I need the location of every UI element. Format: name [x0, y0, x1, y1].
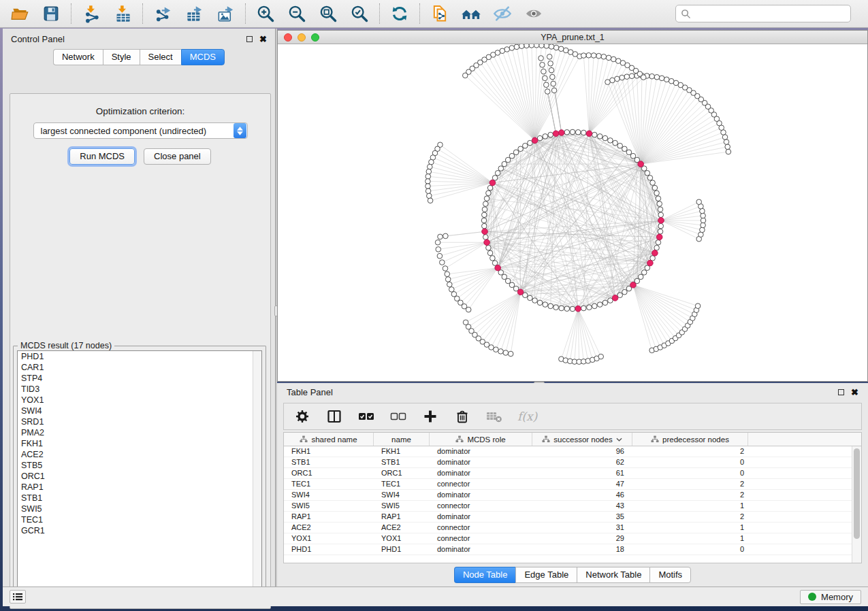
criterion-select[interactable]: largest connected component (undirected) [33, 122, 248, 139]
search-input[interactable] [675, 5, 851, 22]
network-node[interactable] [654, 75, 660, 80]
network-node[interactable] [564, 306, 570, 312]
import-table-button[interactable] [112, 3, 133, 24]
network-node[interactable] [624, 74, 630, 80]
first-neighbors-button[interactable] [461, 3, 481, 24]
network-node[interactable] [544, 82, 549, 88]
column-header-name[interactable]: name [374, 433, 430, 446]
mcds-result-item[interactable]: STP4 [18, 373, 261, 384]
network-node[interactable] [518, 146, 524, 152]
network-node[interactable] [435, 240, 440, 246]
table-cell-mcds_role[interactable]: dominator [430, 446, 532, 457]
network-node[interactable] [509, 153, 515, 159]
network-canvas[interactable] [278, 44, 867, 381]
network-node[interactable] [550, 74, 556, 80]
network-node[interactable] [502, 161, 507, 167]
column-settings-button[interactable] [293, 408, 311, 425]
network-node[interactable] [596, 53, 602, 59]
network-node[interactable] [549, 67, 554, 73]
network-node[interactable] [608, 138, 613, 144]
table-cell-shared_name[interactable]: PHD1 [284, 544, 374, 555]
network-node[interactable] [701, 222, 706, 228]
table-row[interactable]: SWI5SWI5connector431 [284, 501, 852, 512]
import-network-button[interactable] [81, 3, 101, 24]
network-node[interactable] [487, 185, 493, 191]
network-node[interactable] [563, 48, 568, 53]
table-cell-predecessor_nodes[interactable]: 2 [632, 512, 748, 522]
mcds-result-item[interactable]: SWI4 [18, 406, 261, 416]
network-node[interactable] [605, 80, 611, 85]
network-node[interactable] [498, 349, 504, 354]
network-node[interactable] [537, 300, 543, 306]
network-node[interactable] [654, 191, 660, 196]
network-dominator-node[interactable] [558, 130, 564, 136]
network-node[interactable] [523, 143, 528, 148]
table-scrollbar-thumb[interactable] [854, 448, 860, 539]
network-node[interactable] [602, 135, 608, 141]
network-node[interactable] [700, 227, 705, 233]
network-node[interactable] [428, 198, 433, 203]
network-node[interactable] [443, 233, 449, 239]
refresh-view-button[interactable] [389, 3, 410, 24]
table-cell-shared_name[interactable]: SWI5 [284, 501, 374, 511]
table-cell-mcds_role[interactable]: dominator [430, 512, 532, 522]
table-cell-predecessor_nodes[interactable]: 2 [632, 479, 748, 489]
show-columns-button[interactable] [325, 408, 343, 425]
table-cell-predecessor_nodes[interactable]: 0 [632, 457, 748, 467]
mcds-result-item[interactable]: RAP1 [18, 482, 261, 493]
network-node[interactable] [564, 130, 570, 135]
table-cell-name[interactable]: YOX1 [374, 533, 430, 544]
table-cell-predecessor_nodes[interactable]: 1 [632, 523, 748, 533]
network-node[interactable] [482, 223, 487, 229]
network-node[interactable] [617, 143, 623, 148]
table-row[interactable]: ORC1ORC1dominator610 [284, 468, 852, 479]
table-cell-mcds_role[interactable]: connector [430, 533, 532, 544]
table-cell-successor_nodes[interactable]: 62 [532, 457, 632, 467]
network-node[interactable] [529, 44, 534, 48]
deselect-all-button[interactable] [389, 408, 407, 425]
network-node[interactable] [611, 56, 616, 62]
network-node[interactable] [701, 218, 706, 223]
table-row[interactable]: PHD1PHD1dominator180 [284, 544, 852, 555]
mcds-list-scrollbar[interactable] [253, 351, 261, 594]
network-node[interactable] [482, 212, 487, 218]
table-cell-shared_name[interactable]: YOX1 [284, 533, 374, 544]
table-cell-predecessor_nodes[interactable]: 1 [632, 501, 748, 511]
table-cell-shared_name[interactable]: FKH1 [284, 446, 374, 457]
zoom-fit-button[interactable] [318, 3, 338, 24]
table-cell-name[interactable]: STB1 [374, 457, 430, 467]
network-node[interactable] [658, 212, 664, 218]
mcds-result-item[interactable]: ACE2 [18, 449, 261, 460]
network-node[interactable] [547, 54, 552, 60]
hide-selected-button[interactable] [492, 3, 513, 24]
network-node[interactable] [548, 303, 553, 309]
network-node[interactable] [650, 180, 656, 186]
network-node[interactable] [437, 253, 443, 259]
network-node[interactable] [483, 235, 489, 240]
network-node[interactable] [645, 171, 650, 176]
network-node[interactable] [647, 176, 653, 181]
table-cell-successor_nodes[interactable]: 29 [532, 533, 632, 544]
network-node[interactable] [539, 44, 545, 48]
network-node[interactable] [586, 53, 592, 59]
network-node[interactable] [613, 140, 618, 146]
network-node[interactable] [466, 307, 471, 312]
network-node[interactable] [695, 303, 701, 309]
network-node[interactable] [570, 306, 575, 312]
table-cell-successor_nodes[interactable]: 61 [532, 468, 632, 478]
delete-table-button[interactable] [485, 408, 503, 425]
mcds-result-item[interactable]: YOX1 [18, 395, 261, 406]
network-dominator-node[interactable] [638, 161, 644, 167]
network-node[interactable] [483, 201, 489, 207]
network-node[interactable] [537, 135, 543, 141]
table-cell-name[interactable]: ORC1 [374, 468, 430, 478]
tab-motifs[interactable]: Motifs [649, 567, 691, 583]
table-cell-mcds_role[interactable]: dominator [430, 490, 532, 500]
network-node[interactable] [587, 305, 592, 310]
network-node[interactable] [592, 132, 598, 137]
table-cell-predecessor_nodes[interactable]: 0 [632, 468, 748, 478]
network-node[interactable] [425, 188, 431, 194]
network-node[interactable] [649, 73, 655, 79]
tab-mcds[interactable]: MCDS [181, 49, 225, 65]
table-cell-mcds_role[interactable]: dominator [430, 468, 532, 478]
